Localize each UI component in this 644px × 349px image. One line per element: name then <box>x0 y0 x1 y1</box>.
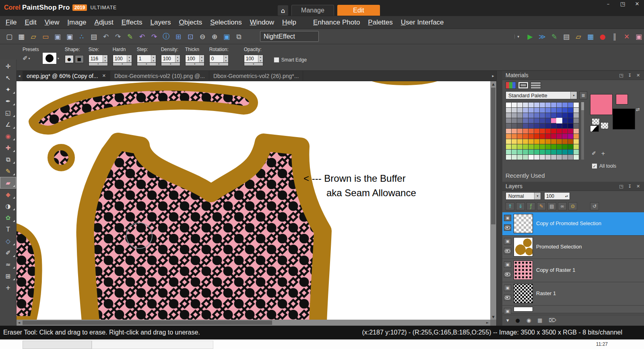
smart-edge-checkbox[interactable]: Smart Edge <box>274 57 307 63</box>
more-tools-icon[interactable]: + <box>0 282 16 294</box>
color-swatch[interactable] <box>545 103 551 107</box>
tab-manage[interactable]: Manage <box>291 5 334 16</box>
spin-down-icon[interactable]: ▾ <box>224 59 228 62</box>
color-swatch[interactable] <box>545 150 551 154</box>
color-swatch[interactable] <box>540 150 545 154</box>
color-swatch[interactable] <box>528 129 534 133</box>
canvas-horizontal-scrollbar[interactable]: ◄ ► <box>16 320 490 326</box>
menu-user-interface[interactable]: User Interface <box>397 17 448 28</box>
color-swatch[interactable] <box>540 139 545 144</box>
script-edit-icon[interactable]: ✎ <box>125 31 135 42</box>
tip-dropdown-icon[interactable]: ▾ <box>58 57 59 60</box>
square-tip-button[interactable]: ■ <box>75 55 84 63</box>
color-swatch[interactable] <box>551 129 556 133</box>
color-swatch[interactable] <box>545 123 551 128</box>
menu-selections[interactable]: Selections <box>206 17 246 28</box>
run-script-icon[interactable]: ▶ <box>525 31 535 42</box>
color-swatch[interactable] <box>545 144 551 149</box>
color-swatch[interactable] <box>545 139 551 144</box>
color-swatch[interactable] <box>568 118 573 123</box>
new-image-icon[interactable]: ▢ <box>4 31 14 42</box>
color-swatch[interactable] <box>523 113 528 118</box>
color-swatch[interactable] <box>540 123 545 128</box>
palette-dropdown[interactable]: Standard Palette ▾ <box>506 91 577 99</box>
resize-icon[interactable]: ⊞ <box>173 31 184 42</box>
color-swatch[interactable] <box>540 118 545 123</box>
layer-visibility-icon[interactable] <box>504 224 511 231</box>
swatches-tab-icon[interactable] <box>506 82 516 89</box>
menu-layers[interactable]: Layers <box>146 17 175 28</box>
slider-flyout-opacity[interactable]: ▾ <box>244 63 263 66</box>
slider-flyout-size[interactable]: ▾ <box>89 63 108 66</box>
color-swatch[interactable] <box>523 108 528 113</box>
menu-file[interactable]: File <box>2 17 21 28</box>
color-swatch[interactable] <box>506 103 511 107</box>
dropper-icon[interactable]: ✐ <box>592 150 596 156</box>
pen-tool[interactable]: ✐ <box>0 247 16 259</box>
slider-flyout-hardn[interactable]: ▾ <box>113 63 132 66</box>
layer-row[interactable]: ▣Promoted Selection <box>502 236 644 259</box>
warp-brush-tool[interactable]: ≈ <box>0 259 16 270</box>
layer-type-icon[interactable]: ▣ <box>504 308 511 314</box>
straighten-tool[interactable]: ∠ <box>0 119 16 130</box>
fit-window-icon[interactable]: ▣ <box>221 31 232 42</box>
color-swatch[interactable] <box>568 134 573 139</box>
document-tab[interactable]: Dbox-Geometrics-vol2 (10).png @... <box>110 71 209 81</box>
menu-view[interactable]: View <box>41 17 64 28</box>
color-swatch[interactable] <box>534 123 539 128</box>
close-tab-icon[interactable]: ✕ <box>102 73 106 78</box>
brush-presets-icon[interactable]: ✐ <box>23 55 28 62</box>
color-swatch[interactable] <box>545 118 551 123</box>
vertical-scroll-thumb[interactable] <box>491 88 495 224</box>
color-swatch[interactable] <box>506 134 511 139</box>
save-script-icon[interactable]: ▣ <box>634 31 644 42</box>
color-swatch[interactable] <box>562 118 568 123</box>
canvas[interactable]: < --- Brown is the Buffer aka Seam Allow… <box>16 81 490 320</box>
spin-down-icon[interactable]: ▾ <box>151 59 156 62</box>
color-swatch[interactable] <box>562 139 568 144</box>
color-swatch[interactable] <box>557 134 562 139</box>
preset-shape-tool[interactable]: ◇ <box>0 235 16 247</box>
color-swatch[interactable] <box>557 150 562 154</box>
menu-adjust[interactable]: Adjust <box>91 17 118 28</box>
document-tab[interactable]: Dbox-Geometrics-vol2 (26).png*... <box>209 71 303 81</box>
crop-tool[interactable]: ◱ <box>0 107 16 119</box>
color-swatch[interactable] <box>551 139 556 144</box>
color-swatch[interactable] <box>512 103 517 107</box>
palette-menu-icon[interactable]: ≣ <box>579 91 587 99</box>
menu-edit[interactable]: Edit <box>21 17 40 28</box>
color-swatch[interactable] <box>568 155 573 160</box>
scroll-down-icon[interactable]: ▼ <box>490 314 496 320</box>
color-swatch[interactable] <box>523 123 528 128</box>
panel-splitter[interactable] <box>496 71 502 326</box>
black-white-reset-chip[interactable] <box>590 125 599 132</box>
color-swatch[interactable] <box>523 155 528 160</box>
redo-icon[interactable]: ↷ <box>149 31 159 42</box>
color-swatch[interactable] <box>540 134 545 139</box>
color-swatch[interactable] <box>534 113 539 118</box>
background-color-swatch[interactable] <box>613 109 635 129</box>
layer-visibility-icon[interactable] <box>504 271 511 277</box>
color-swatch[interactable] <box>517 118 522 123</box>
pick-tool[interactable]: ↖ <box>0 72 16 84</box>
selection-script-icon[interactable]: ▦ <box>585 31 596 42</box>
color-swatch[interactable] <box>528 150 534 154</box>
close-panel-icon[interactable]: ✕ <box>636 184 641 189</box>
spinner-rotation[interactable]: 0▴▾ <box>209 55 229 63</box>
color-swatch[interactable] <box>557 108 562 113</box>
color-swatch[interactable] <box>506 129 511 133</box>
color-swatch[interactable] <box>545 134 551 139</box>
color-swatch[interactable] <box>506 144 511 149</box>
picture-tube-tool[interactable]: ✿ <box>0 212 16 224</box>
flood-fill-tool[interactable]: ◆ <box>0 189 16 200</box>
spinner-step[interactable]: 1▴▾ <box>137 55 156 63</box>
layer-type-icon[interactable]: ▣ <box>504 215 511 221</box>
print-icon[interactable]: ▤ <box>89 31 99 42</box>
color-swatch[interactable] <box>528 123 534 128</box>
new-layer-button[interactable]: ● <box>516 317 520 323</box>
lock-transparency-icon[interactable]: ⊙ <box>568 202 577 210</box>
color-swatch[interactable] <box>562 108 568 113</box>
color-swatch[interactable] <box>568 129 573 133</box>
link-layers-icon[interactable]: ∞ <box>558 202 567 210</box>
color-swatch[interactable] <box>540 144 545 149</box>
